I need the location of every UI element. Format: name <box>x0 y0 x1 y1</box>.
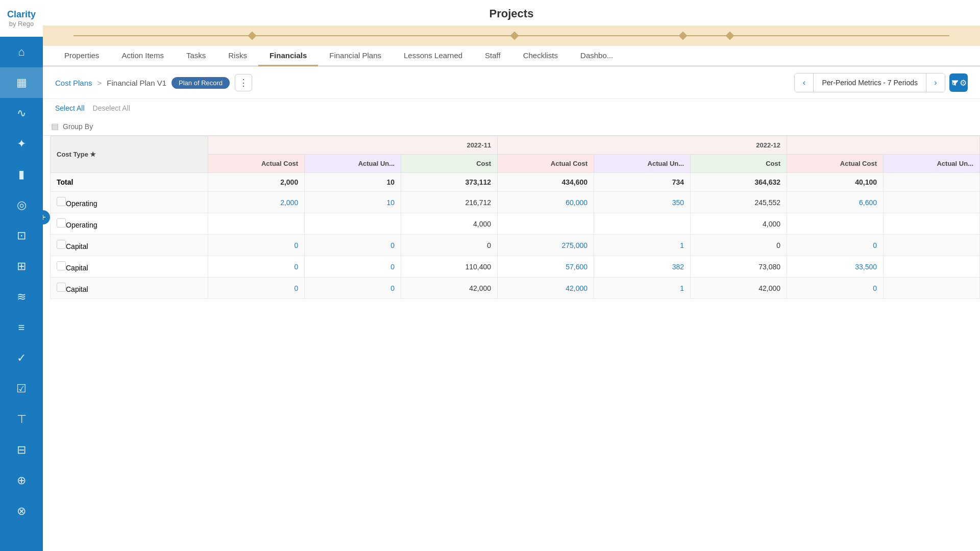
cell-cost-type: Capital <box>51 235 208 256</box>
cell-value-5-1: 0 <box>305 278 401 299</box>
timeline-diamond-3 <box>679 32 688 40</box>
cell-value-2-6 <box>787 213 884 235</box>
cell-value-5-7 <box>884 278 980 299</box>
row-checkbox[interactable] <box>57 283 66 292</box>
cell-value-0-3: 434,600 <box>498 173 594 192</box>
row-checkbox[interactable] <box>57 261 66 270</box>
select-all-link[interactable]: Select All <box>55 104 85 112</box>
grid-icon[interactable]: ▦ <box>0 67 43 98</box>
cell-value-4-4: 382 <box>594 256 691 278</box>
breadcrumb-area: Cost Plans > Financial Plan V1 Plan of R… <box>43 67 980 99</box>
tab-lessons_learned[interactable]: Lessons Learned <box>393 46 474 66</box>
database-icon[interactable]: ⊞ <box>0 251 43 282</box>
table-row: Operating4,0004,000 <box>51 213 980 235</box>
tab-risks[interactable]: Risks <box>217 46 258 66</box>
table-row: Total2,00010373,112434,600734364,63240,1… <box>51 173 980 192</box>
breadcrumb-left: Cost Plans > Financial Plan V1 Plan of R… <box>55 74 252 91</box>
check-icon[interactable]: ✓ <box>0 343 43 373</box>
period-next-button[interactable]: › <box>926 73 945 92</box>
cell-cost-type: Total <box>51 173 208 192</box>
home-icon[interactable]: ⌂ <box>0 37 43 67</box>
cell-value-3-4: 1 <box>594 235 691 256</box>
tab-action_items[interactable]: Action Items <box>110 46 175 66</box>
cell-value-1-7 <box>884 192 980 213</box>
book-icon[interactable]: ⊕ <box>0 465 43 496</box>
kebab-menu-button[interactable]: ⋮ <box>235 74 252 91</box>
col-header-th-cost-2: Cost <box>401 155 498 173</box>
breadcrumb-financial-plan: Financial Plan V1 <box>107 79 166 87</box>
analytics-icon[interactable]: ≋ <box>0 282 43 312</box>
cell-value-3-5: 0 <box>691 235 787 256</box>
col-header-th-cost-5: Cost <box>691 155 787 173</box>
chart-line-icon[interactable]: ∿ <box>0 98 43 129</box>
row-checkbox[interactable] <box>57 197 66 206</box>
cell-cost-type: Operating <box>51 192 208 213</box>
app-name-clarity: Clarity <box>7 9 36 20</box>
table-wrapper: + Cost Type ★2022-112022-12Actual CostAc… <box>43 136 980 299</box>
group-by-text[interactable]: Group By <box>63 122 93 131</box>
cell-value-0-1: 10 <box>305 173 401 192</box>
tab-checklists[interactable]: Checklists <box>512 46 569 66</box>
svg-text:⚙: ⚙ <box>951 80 957 86</box>
timeline-bar <box>43 26 980 46</box>
cell-value-0-2: 373,112 <box>401 173 498 192</box>
table-row: Capital00110,40057,60038273,08033,500 <box>51 256 980 278</box>
col-header-th-actual-cost-0: Actual Cost <box>208 155 305 173</box>
select-all-row: Select All Deselect All <box>43 99 980 117</box>
cell-value-5-0: 0 <box>208 278 305 299</box>
filter-button[interactable]: ⚙ ⚙ <box>949 73 968 92</box>
cell-value-1-5: 245,552 <box>691 192 787 213</box>
row-checkbox[interactable] <box>57 240 66 249</box>
col-header-th-actual-un-4: Actual Un... <box>594 155 691 173</box>
main-content: Projects PropertiesAction ItemsTasksRisk… <box>43 0 980 551</box>
row-checkbox[interactable] <box>57 218 66 228</box>
tab-tasks[interactable]: Tasks <box>175 46 217 66</box>
tab-properties[interactable]: Properties <box>53 46 110 66</box>
cell-value-3-2: 0 <box>401 235 498 256</box>
sidebar: Clarity by Rego ⌂▦∿✦▮◎⊡⊞≋≡✓☑⊤⊟⊕⊗ <box>0 0 43 551</box>
lightbulb-icon[interactable]: ✦ <box>0 129 43 159</box>
cell-value-4-7 <box>884 256 980 278</box>
table-row: Capital0042,00042,000142,0000 <box>51 278 980 299</box>
breadcrumb-cost-plans[interactable]: Cost Plans <box>55 79 92 87</box>
timeline-diamond-4 <box>726 32 734 40</box>
plan-of-record-badge: Plan of Record <box>172 77 230 89</box>
tab-dashbo[interactable]: Dashbo... <box>569 46 624 66</box>
col-header-th-actual-un-7: Actual Un... <box>884 155 980 173</box>
cell-cost-type: Capital <box>51 256 208 278</box>
page-title: Projects <box>43 7 980 26</box>
cell-value-2-4 <box>594 213 691 235</box>
document-icon[interactable]: ≡ <box>0 312 43 343</box>
cell-value-3-6: 0 <box>787 235 884 256</box>
user-group-icon[interactable]: ⊗ <box>0 496 43 527</box>
report-icon[interactable]: ⊟ <box>0 435 43 465</box>
cell-value-0-0: 2,000 <box>208 173 305 192</box>
cell-value-1-2: 216,712 <box>401 192 498 213</box>
period-header-2022-11: 2022-11 <box>208 136 498 155</box>
cell-value-4-0: 0 <box>208 256 305 278</box>
cell-value-3-7 <box>884 235 980 256</box>
tab-financial_plans[interactable]: Financial Plans <box>318 46 393 66</box>
cell-value-0-6: 40,100 <box>787 173 884 192</box>
top-header: Projects PropertiesAction ItemsTasksRisk… <box>43 0 980 67</box>
target-icon[interactable]: ◎ <box>0 190 43 220</box>
cell-value-5-4: 1 <box>594 278 691 299</box>
checklist-icon[interactable]: ☑ <box>0 373 43 404</box>
period-prev-button[interactable]: ‹ <box>795 73 813 92</box>
org-chart-icon[interactable]: ⊤ <box>0 404 43 435</box>
cell-value-5-2: 42,000 <box>401 278 498 299</box>
table-row: Capital000275,000100 <box>51 235 980 256</box>
add-row-button[interactable]: + <box>43 210 50 224</box>
cell-value-2-5: 4,000 <box>691 213 787 235</box>
period-header-extra <box>787 136 980 155</box>
cell-value-1-4: 350 <box>594 192 691 213</box>
tab-staff[interactable]: Staff <box>474 46 512 66</box>
bar-chart-icon[interactable]: ▮ <box>0 159 43 190</box>
monitor-icon[interactable]: ⊡ <box>0 220 43 251</box>
cost-table: Cost Type ★2022-112022-12Actual CostActu… <box>50 136 980 299</box>
period-label: Per-Period Metrics - 7 Periods <box>813 73 926 92</box>
cell-value-2-0 <box>208 213 305 235</box>
tab-financials[interactable]: Financials <box>258 46 318 66</box>
cell-value-5-6: 0 <box>787 278 884 299</box>
deselect-all-link[interactable]: Deselect All <box>93 104 130 112</box>
